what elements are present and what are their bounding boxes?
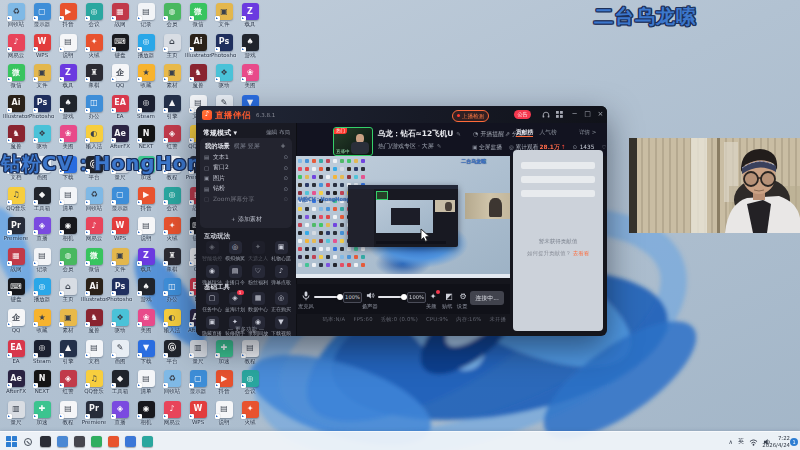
rank-tab[interactable]: 人气榜 (539, 128, 556, 137)
desktop-icon[interactable]: ◎会议 (159, 187, 185, 211)
feature-tile[interactable]: ♡粉丝福利 (248, 265, 268, 285)
desktop-icon[interactable]: ◎播放器 (133, 34, 159, 58)
feature-tile[interactable]: ◈1蓝海计划 (225, 292, 245, 312)
preview-canvas[interactable]: 钻粉CV：HongHong9654 二台乌龙嗦 (296, 156, 510, 278)
rank-tab[interactable]: 贡献榜 (516, 128, 533, 137)
desktop-icon[interactable]: ⌂主页 (55, 278, 81, 302)
desktop-icon[interactable]: ★收藏 (29, 309, 55, 333)
taskbar-app-icon[interactable] (38, 435, 52, 449)
desktop-icon[interactable]: ▤说明 (133, 217, 159, 241)
close-button[interactable]: × (594, 106, 607, 123)
desktop-icon[interactable]: ♞魔兽 (3, 125, 29, 149)
desktop-icon[interactable]: ◉相机 (55, 217, 81, 241)
desktop-icon[interactable]: PrPremiere (81, 401, 107, 425)
desktop-icon[interactable]: ◎会议 (237, 370, 263, 394)
source-item[interactable]: ▣图片⊙ (204, 173, 288, 183)
feature-tile[interactable]: ▣礼物心愿 (271, 241, 291, 261)
desktop-icon[interactable]: ❖驱动 (107, 309, 133, 333)
desktop-icon[interactable]: ❀美图 (55, 125, 81, 149)
desktop-icon[interactable]: ▦战网 (3, 248, 29, 272)
taskbar-app-icon[interactable] (72, 435, 86, 449)
desktop-icon[interactable]: ▦战网 (107, 3, 133, 27)
desktop-icon[interactable]: WWPS (185, 401, 211, 425)
desktop-icon[interactable]: ◎播放器 (29, 278, 55, 302)
desktop-icon[interactable]: ♞魔兽 (185, 64, 211, 88)
desktop-icon[interactable]: PrPremiere (3, 217, 29, 241)
desktop-icon[interactable]: 微微信 (3, 64, 29, 88)
desktop-icon[interactable]: ▣素材 (55, 309, 81, 333)
desktop-icon[interactable]: NNEXT (133, 125, 159, 149)
desktop-icon[interactable]: 企QQ (3, 309, 29, 333)
desktop-icon[interactable]: Ⓖ平台 (159, 340, 185, 364)
desktop-icon[interactable]: ♻回收站 (159, 370, 185, 394)
source-item[interactable]: ▢Zoom屏幕分享⊙ (204, 194, 288, 204)
desktop-icon[interactable]: ◐输入法 (159, 309, 185, 333)
desktop-icon[interactable]: PsPhotoshop (29, 95, 55, 119)
desktop-icon[interactable]: AeAfterFX (3, 370, 29, 394)
desktop-icon[interactable]: ◈直播 (107, 401, 133, 425)
desktop-icon[interactable]: Z载具 (237, 3, 263, 27)
visibility-eye-icon[interactable]: ⊙ (283, 175, 288, 181)
desktop-icon[interactable]: ♠游戏 (237, 34, 263, 58)
stream-thumbnail[interactable]: 热门 直播中 (333, 127, 373, 156)
maximize-button[interactable]: □ (581, 106, 594, 123)
desktop-icon[interactable]: ◈红警 (55, 370, 81, 394)
feature-tile[interactable]: ◈智能场控 (202, 241, 222, 261)
desktop-icon[interactable]: ▢显示器 (185, 370, 211, 394)
source-item[interactable]: ▤钻粉⊙ (204, 184, 288, 194)
window-titlebar[interactable]: ♪ 直播伴侣 6.3.8.1 上播检测 公告 ─ □ × (196, 106, 607, 123)
desktop-icon[interactable]: ♜象棋 (81, 64, 107, 88)
visibility-eye-icon[interactable]: ⊙ (283, 196, 288, 202)
desktop-icon[interactable]: NNEXT (29, 370, 55, 394)
desktop-icon[interactable]: ✦火绒 (159, 217, 185, 241)
desktop-icon[interactable]: ◈直播 (29, 217, 55, 241)
desktop-icon[interactable]: ★收藏 (133, 64, 159, 88)
desktop-icon[interactable]: ▢显示器 (29, 3, 55, 27)
visibility-eye-icon[interactable]: ⊙ (283, 165, 288, 171)
tray-chevron-icon[interactable]: ∧ (729, 438, 733, 445)
desktop-icon[interactable]: ▤记录 (133, 3, 159, 27)
desktop-icon[interactable]: Z载具 (133, 248, 159, 272)
visibility-eye-icon[interactable]: ⊙ (283, 154, 288, 160)
feature-tile[interactable]: ✦天选之人 (248, 241, 268, 261)
feature-tile[interactable]: ◎模拟抽奖 (225, 241, 245, 261)
ime-indicator[interactable]: 英 (738, 437, 744, 446)
desktop-icon[interactable]: ◈红警 (159, 125, 185, 149)
stream-check-button[interactable]: 上播检测 (452, 110, 489, 122)
taskbar-app-icon[interactable] (106, 435, 120, 449)
desktop-icon[interactable]: ❖驱动 (29, 125, 55, 149)
desktop-icon[interactable]: ♻回收站 (3, 3, 29, 27)
desktop-icon[interactable]: ▼下载 (133, 340, 159, 364)
notification-badge[interactable]: 1 (790, 438, 798, 446)
taskbar-app-icon[interactable] (123, 435, 137, 449)
desktop-icon[interactable]: ◎会议 (81, 3, 107, 27)
desktop-icon[interactable]: Z载具 (55, 64, 81, 88)
desktop-icon[interactable]: ◆工具箱 (107, 370, 133, 394)
start-button[interactable] (4, 435, 18, 449)
desktop-icon[interactable]: ❀美图 (237, 64, 263, 88)
desktop-icon[interactable]: ▣文件 (211, 3, 237, 27)
desktop-icon[interactable]: ◐输入法 (81, 125, 107, 149)
desktop-icon[interactable]: ✦火绒 (81, 34, 107, 58)
desktop-icon[interactable]: ✦火绒 (237, 401, 263, 425)
taskbar-app-icon[interactable] (140, 435, 154, 449)
desktop-icon[interactable]: ◎Steam (133, 95, 159, 119)
scene-tabs[interactable]: 我的场景横屏 竖屏 (205, 142, 260, 151)
desktop-icon[interactable]: WWPS (29, 34, 55, 58)
desktop-icon[interactable]: ♠游戏 (133, 278, 159, 302)
beauty-icon[interactable]: ✦ (427, 291, 439, 302)
feature-tile[interactable]: ♪弹幕点歌 (271, 265, 291, 285)
add-scene-button[interactable]: ＋ (279, 140, 287, 151)
taskbar-clock[interactable]: 7:22 2026/4/24 (762, 435, 790, 449)
desktop-icon[interactable]: PsPhotoshop (211, 34, 237, 58)
desktop-icon[interactable]: ⌂主页 (159, 34, 185, 58)
desktop-icon[interactable]: ▣素材 (159, 64, 185, 88)
desktop-icon[interactable]: ♪网易云 (81, 217, 107, 241)
desktop-icon[interactable]: ▶抖音 (211, 370, 237, 394)
edit-title-icon[interactable]: ✎ (456, 131, 461, 137)
desktop-icon[interactable]: EAEA (107, 95, 133, 119)
webcam-window[interactable] (629, 138, 800, 233)
desktop-icon[interactable]: ♻回收站 (81, 187, 107, 211)
source-item[interactable]: ▤文本1⊙ (204, 152, 288, 162)
desktop-icon[interactable]: ▤说明 (55, 34, 81, 58)
